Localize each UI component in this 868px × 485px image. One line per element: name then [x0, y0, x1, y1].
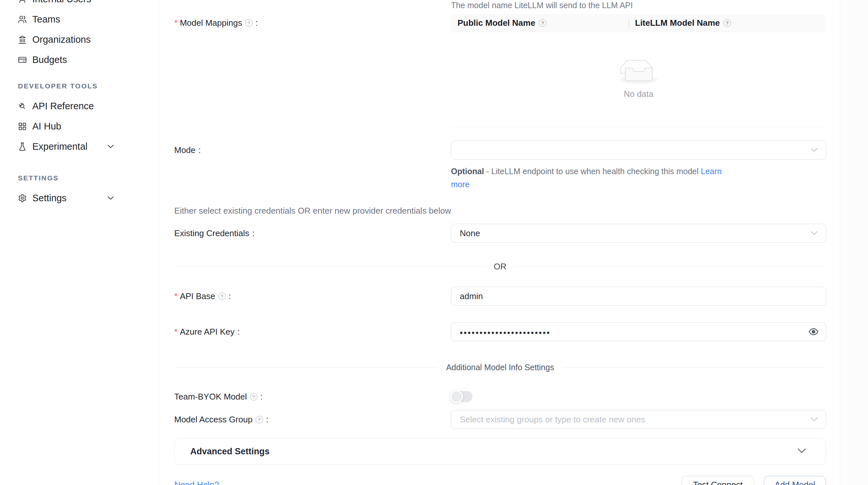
api-base-label: * API Base ? : — [174, 291, 451, 301]
add-model-form: The model name LiteLLM will send to the … — [159, 0, 840, 485]
page: Internal Users Teams Organizations Budge… — [0, 0, 868, 485]
sidebar-section-developer-tools: DEVELOPER TOOLS — [0, 82, 158, 90]
required-asterisk: * — [174, 291, 178, 301]
sidebar-item-label: AI Hub — [32, 121, 145, 132]
model-access-group-placeholder: Select existing groups or type to create… — [460, 415, 645, 425]
eye-icon[interactable] — [808, 326, 819, 337]
sidebar-item-internal-users[interactable]: Internal Users — [0, 0, 158, 9]
help-icon[interactable]: ? — [218, 293, 226, 300]
chevron-down-icon — [810, 148, 818, 152]
credit-card-icon — [18, 56, 27, 64]
azure-api-key-label: * Azure API Key : — [174, 327, 451, 337]
sidebar-item-label: Settings — [32, 193, 107, 203]
masked-password-value: ••••••••••••••••••••••• — [460, 326, 551, 337]
help-icon[interactable]: ? — [539, 19, 546, 27]
sidebar-item-label: Organizations — [32, 34, 145, 45]
column-header-public-model-name: Public Model Name ? — [451, 14, 628, 32]
team-byok-label: Team-BYOK Model ? : — [174, 392, 451, 402]
azure-api-key-input[interactable]: ••••••••••••••••••••••• — [451, 322, 826, 341]
users-icon — [18, 15, 27, 24]
sidebar-section-settings: SETTINGS — [0, 174, 158, 182]
sidebar-item-label: Experimental — [32, 141, 107, 152]
team-byok-toggle[interactable] — [451, 391, 472, 402]
help-icon[interactable]: ? — [723, 19, 731, 27]
column-header-litellm-model-name: LiteLLM Model Name ? — [628, 14, 826, 32]
no-data-text: No data — [624, 89, 653, 99]
empty-inbox-icon — [620, 60, 657, 85]
sidebar: Internal Users Teams Organizations Budge… — [0, 0, 159, 485]
right-background-strip — [840, 0, 868, 485]
existing-credentials-value: None — [460, 228, 480, 238]
sidebar-item-api-reference[interactable]: API Reference — [0, 96, 158, 116]
chevron-down-icon — [797, 448, 807, 455]
sidebar-item-experimental[interactable]: Experimental — [0, 136, 158, 157]
test-connect-button[interactable]: Test Connect — [682, 476, 754, 485]
model-mappings-hint: The model name LiteLLM will send to the … — [451, 1, 826, 10]
chevron-down-icon — [107, 194, 114, 201]
api-base-input[interactable] — [451, 287, 826, 305]
help-icon[interactable]: ? — [245, 19, 253, 27]
sidebar-item-ai-hub[interactable]: AI Hub — [0, 116, 158, 136]
sidebar-item-label: API Reference — [32, 101, 145, 111]
sidebar-item-teams[interactable]: Teams — [0, 9, 158, 29]
credentials-hint: Either select existing credentials OR en… — [174, 206, 826, 216]
chevron-down-icon — [107, 143, 114, 150]
required-asterisk: * — [174, 18, 178, 28]
model-access-group-label: Model Access Group ? : — [174, 415, 451, 425]
model-mappings-table: Public Model Name ? LiteLLM Model Name ?… — [451, 14, 826, 127]
mode-select[interactable] — [451, 140, 826, 160]
required-asterisk: * — [174, 327, 178, 337]
toggle-knob — [450, 390, 463, 403]
table-header-row: Public Model Name ? LiteLLM Model Name ? — [451, 14, 826, 32]
existing-credentials-label: Existing Credentials : — [174, 228, 451, 238]
sidebar-item-label: Internal Users — [32, 0, 145, 5]
sidebar-item-organizations[interactable]: Organizations — [0, 29, 158, 50]
sidebar-item-settings[interactable]: Settings — [0, 188, 158, 208]
model-access-group-select[interactable]: Select existing groups or type to create… — [451, 410, 826, 429]
chevron-down-icon — [810, 417, 818, 422]
table-empty-state: No data — [451, 32, 826, 127]
help-icon[interactable]: ? — [255, 416, 263, 423]
sidebar-item-label: Teams — [32, 14, 145, 25]
mode-help-text: Optional - LiteLLM endpoint to use when … — [451, 165, 826, 191]
add-model-button[interactable]: Add Model — [764, 476, 826, 485]
grid-icon — [18, 122, 27, 131]
plug-icon — [18, 102, 27, 110]
model-mappings-label: * Model Mappings ? : — [174, 10, 451, 28]
learn-more-link[interactable]: Learn — [701, 167, 722, 176]
help-icon[interactable]: ? — [250, 393, 257, 400]
flask-icon — [18, 142, 27, 151]
advanced-settings-title: Advanced Settings — [190, 447, 270, 457]
existing-credentials-select[interactable]: None — [451, 224, 826, 243]
advanced-settings-panel[interactable]: Advanced Settings — [174, 438, 826, 465]
mode-label: Mode : — [174, 145, 451, 155]
learn-more-link[interactable]: more — [451, 180, 470, 189]
user-icon — [18, 0, 27, 4]
chevron-down-icon — [810, 231, 818, 235]
or-divider: OR — [174, 262, 826, 272]
additional-settings-divider: Additional Model Info Settings — [174, 363, 826, 372]
need-help-link[interactable]: Need Help? — [174, 480, 219, 485]
sidebar-item-budgets[interactable]: Budgets — [0, 50, 158, 70]
gear-icon — [18, 194, 27, 202]
bank-icon — [18, 35, 27, 44]
sidebar-item-label: Budgets — [32, 55, 145, 65]
